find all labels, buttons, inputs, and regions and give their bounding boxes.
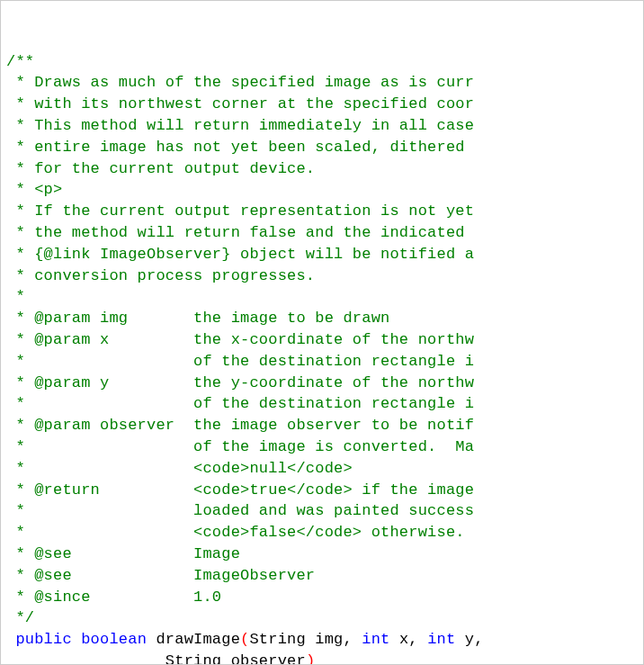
javadoc-line: * of the destination rectangle i [6,351,638,373]
javadoc-line: * the method will return false and the i… [6,222,638,244]
paren-close: ) [306,652,315,665]
param-img: img [315,631,343,648]
javadoc-line: * @since 1.0 [6,587,638,608]
method-name: drawImage [156,631,240,648]
javadoc-line: * for the current output device. [6,158,638,180]
type-string: String [165,652,231,665]
javadoc-line: * @return <code>true</code> if the image [6,480,638,501]
indent [6,652,165,665]
paren-open: ( [240,631,249,648]
javadoc-line: * of the image is converted. Ma [6,436,638,458]
javadoc-line: * <code>null</code> [6,458,638,480]
comma: , [408,631,427,648]
param-observer: observer [231,652,306,665]
javadoc-line: * <code>false</code> otherwise. [6,522,638,544]
javadoc-line: * @see Image [6,544,638,565]
javadoc-line: * Draws as much of the specified image a… [6,72,638,94]
method-signature-line2: String observer) [6,651,638,665]
javadoc-line: * loaded and was painted success [6,500,638,522]
javadoc-line: * @param img the image to be drawn [6,308,638,329]
comma: , [474,631,493,648]
keyword-boolean: boolean [81,631,156,648]
javadoc-line: * This method will return immediately in… [6,115,638,137]
keyword-int: int [362,631,399,648]
javadoc-line: * entire image has not yet been scaled, … [6,137,638,158]
javadoc-line: /** [6,51,638,73]
javadoc-line: * [6,286,638,308]
javadoc-line: * @param y the y-coordinate of the north… [6,373,638,394]
param-y: y [465,631,474,648]
type-string: String [249,631,315,648]
javadoc-line: * <p> [6,179,638,201]
javadoc-line: * of the destination rectangle i [6,393,638,415]
comma: , [344,631,362,648]
param-x: x [399,631,408,648]
javadoc-line: * conversion process progresses. [6,265,638,287]
javadoc-line: * @param observer the image observer to … [6,415,638,436]
keyword-int: int [427,631,465,648]
keyword-public: public [6,631,81,648]
javadoc-line: * @param x the x-coordinate of the north… [6,329,638,351]
javadoc-line: * @see ImageObserver [6,565,638,587]
javadoc-line: */ [6,607,638,629]
method-signature-line1: public boolean drawImage(String img, int… [6,629,638,651]
javadoc-line: * If the current output representation i… [6,201,638,222]
javadoc-line: * {@link ImageObserver} object will be n… [6,244,638,265]
code-block: /** * Draws as much of the specified ima… [6,51,638,665]
javadoc-line: * with its northwest corner at the speci… [6,94,638,115]
